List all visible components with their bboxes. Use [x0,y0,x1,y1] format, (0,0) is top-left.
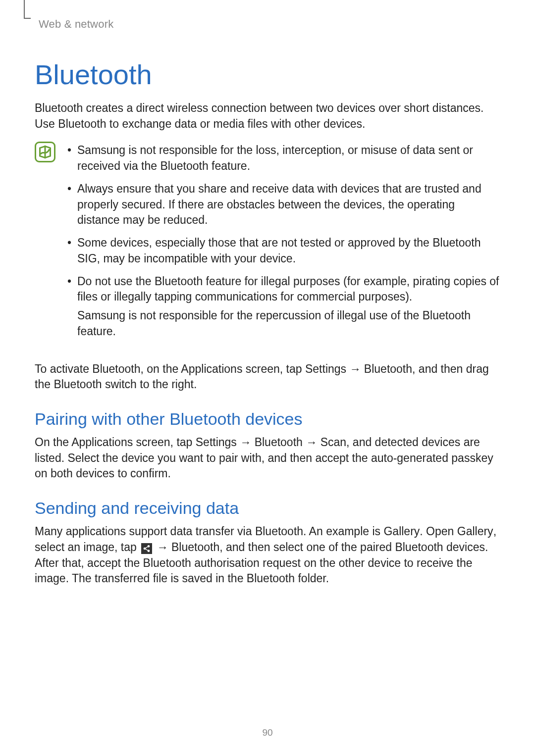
page-number: 90 [0,727,535,738]
note-bullet: Samsung is not responsible for the loss,… [63,143,500,174]
note-bullets: Samsung is not responsible for the loss,… [63,142,500,346]
note-bullet: Always ensure that you share and receive… [63,181,500,228]
note-block: Samsung is not responsible for the loss,… [35,142,500,346]
svg-line-4 [146,549,148,551]
emph-settings: Settings [196,436,237,449]
page-content: Web & network Bluetooth Bluetooth create… [0,0,535,587]
text: Many applications support data transfer … [35,525,383,538]
emph-scan: Scan [321,436,346,449]
activate-paragraph: To activate Bluetooth, on the Applicatio… [35,361,500,393]
emph-bluetooth: Bluetooth [171,541,219,554]
pairing-heading: Pairing with other Bluetooth devices [35,409,500,429]
text: . Open [420,525,457,538]
note-bullet-text: Do not use the Bluetooth feature for ill… [77,275,499,303]
text: → [154,541,171,554]
sending-paragraph: Many applications support data transfer … [35,524,500,587]
emph-settings: Settings [305,362,346,375]
note-bullet: Do not use the Bluetooth feature for ill… [63,274,500,340]
svg-line-3 [146,547,148,548]
text: → [237,436,255,449]
note-bullet-extra: Samsung is not responsible for the reper… [77,308,500,339]
pairing-paragraph: On the Applications screen, tap Settings… [35,435,500,482]
text: → [346,362,364,375]
text: switch to the right. [102,378,197,391]
page-title: Bluetooth [35,58,500,91]
sending-heading: Sending and receiving data [35,499,500,518]
emph-gallery: Gallery [383,525,420,538]
note-icon [35,142,55,162]
emph-bluetooth: Bluetooth [364,362,412,375]
emph-bluetooth-folder: Bluetooth [247,572,295,585]
emph-gallery: Gallery [457,525,493,538]
share-icon [141,543,152,554]
section-header: Web & network [39,18,500,31]
text: folder. [295,572,329,585]
emph-bluetooth: Bluetooth [255,436,303,449]
text: On the Applications screen, tap [35,436,196,449]
emph-bluetooth-switch: Bluetooth [54,378,102,391]
text: To activate Bluetooth, on the Applicatio… [35,362,305,375]
intro-paragraph: Bluetooth creates a direct wireless conn… [35,101,500,132]
note-bullet: Some devices, especially those that are … [63,235,500,266]
text: → [303,436,321,449]
page-corner-mark [24,0,31,19]
